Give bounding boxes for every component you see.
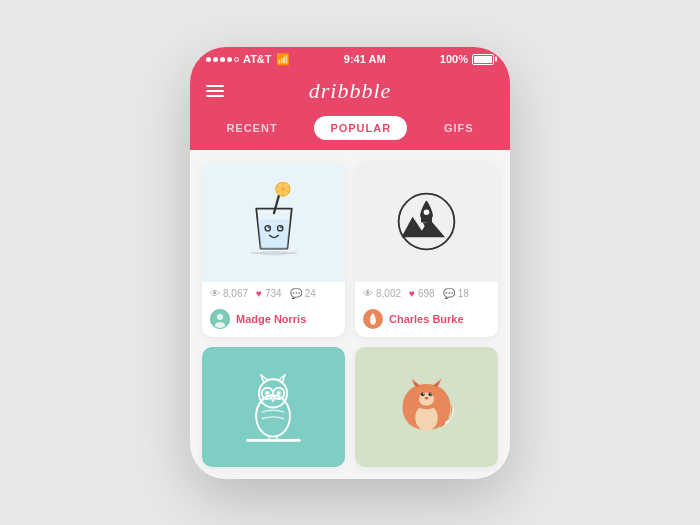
comment-icon: 💬 — [290, 288, 302, 299]
menu-line-3 — [206, 95, 224, 97]
stat-comments: 💬 24 — [290, 288, 316, 299]
svg-point-35 — [423, 393, 424, 394]
stat-likes: ♥ 734 — [256, 288, 282, 299]
heart-icon-2: ♥ — [409, 288, 415, 299]
tab-bar: RECENT POPULAR GIFS — [190, 116, 510, 150]
dot-5 — [234, 57, 239, 62]
drink-illustration — [239, 182, 309, 262]
dot-2 — [213, 57, 218, 62]
svg-point-17 — [424, 209, 430, 215]
carrier-label: AT&T — [243, 53, 272, 65]
dot-4 — [227, 57, 232, 62]
card-2-author: Charles Burke — [355, 305, 498, 337]
battery-fill — [474, 56, 492, 63]
views-count: 8,067 — [223, 288, 248, 299]
card-1-author: Madge Norris — [202, 305, 345, 337]
author-avatar-2 — [363, 309, 383, 329]
eye-icon: 👁 — [210, 288, 220, 299]
rocket-illustration — [394, 189, 459, 254]
svg-point-7 — [267, 226, 269, 228]
phone-container: AT&T 📶 9:41 AM 100% dribbble RECENT POPU… — [190, 47, 510, 479]
status-right: 100% — [440, 53, 494, 65]
svg-rect-16 — [421, 215, 432, 222]
svg-point-36 — [430, 393, 431, 394]
menu-line-1 — [206, 85, 224, 87]
author-avatar-1 — [210, 309, 230, 329]
status-bar: AT&T 📶 9:41 AM 100% — [190, 47, 510, 70]
cards-grid: 👁 8,067 ♥ 734 💬 24 — [202, 162, 498, 467]
menu-button[interactable] — [206, 85, 224, 97]
svg-point-8 — [280, 226, 282, 228]
svg-point-34 — [428, 392, 432, 396]
eye-icon-2: 👁 — [363, 288, 373, 299]
battery-icon — [472, 54, 494, 65]
card-1-image — [202, 162, 345, 282]
time-display: 9:41 AM — [344, 53, 386, 65]
dot-1 — [206, 57, 211, 62]
card-2-image — [355, 162, 498, 282]
likes-count: 734 — [265, 288, 282, 299]
comments-count: 24 — [305, 288, 316, 299]
card-3-image — [202, 347, 345, 467]
card-4-image — [355, 347, 498, 467]
wifi-icon: 📶 — [276, 53, 290, 66]
svg-point-33 — [421, 392, 425, 396]
dot-3 — [220, 57, 225, 62]
card-2[interactable]: 👁 8,002 ♥ 698 💬 18 — [355, 162, 498, 337]
stat-views-2: 👁 8,002 — [363, 288, 401, 299]
status-left: AT&T 📶 — [206, 53, 290, 66]
tab-gifs[interactable]: GIFS — [428, 116, 490, 140]
app-header: dribbble — [190, 70, 510, 116]
author-name-2: Charles Burke — [389, 313, 464, 325]
card-2-stats: 👁 8,002 ♥ 698 💬 18 — [355, 282, 498, 305]
svg-point-14 — [215, 322, 225, 328]
views-count-2: 8,002 — [376, 288, 401, 299]
card-4[interactable] — [355, 347, 498, 467]
tab-popular[interactable]: POPULAR — [314, 116, 407, 140]
owl-illustration — [241, 367, 306, 447]
stat-likes-2: ♥ 698 — [409, 288, 435, 299]
tab-recent[interactable]: RECENT — [210, 116, 293, 140]
content-area: 👁 8,067 ♥ 734 💬 24 — [190, 150, 510, 479]
svg-point-37 — [425, 397, 429, 400]
card-1[interactable]: 👁 8,067 ♥ 734 💬 24 — [202, 162, 345, 337]
stat-views: 👁 8,067 — [210, 288, 248, 299]
app-logo: dribbble — [309, 78, 392, 104]
comment-icon-2: 💬 — [443, 288, 455, 299]
fox-illustration — [389, 369, 464, 444]
signal-dots — [206, 57, 239, 62]
likes-count-2: 698 — [418, 288, 435, 299]
svg-point-26 — [277, 391, 280, 394]
author-name-1: Madge Norris — [236, 313, 306, 325]
heart-icon: ♥ — [256, 288, 262, 299]
card-1-stats: 👁 8,067 ♥ 734 💬 24 — [202, 282, 345, 305]
battery-label: 100% — [440, 53, 468, 65]
comments-count-2: 18 — [458, 288, 469, 299]
card-3[interactable] — [202, 347, 345, 467]
menu-line-2 — [206, 90, 224, 92]
svg-point-13 — [217, 314, 223, 320]
svg-point-25 — [266, 391, 269, 394]
stat-comments-2: 💬 18 — [443, 288, 469, 299]
